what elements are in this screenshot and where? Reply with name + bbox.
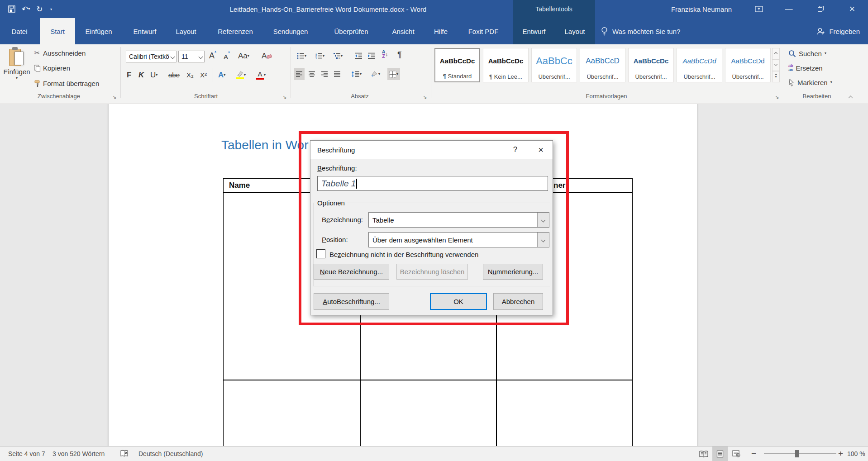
select-button[interactable]: Markieren▾ <box>788 77 832 88</box>
save-button[interactable] <box>8 5 15 13</box>
align-left-button[interactable] <box>294 68 305 80</box>
align-right-button[interactable] <box>320 68 330 80</box>
shading-button[interactable]: ▾ <box>368 68 382 80</box>
styles-scroll-down-button[interactable] <box>772 59 780 71</box>
search-icon <box>788 50 796 57</box>
increase-indent-button[interactable] <box>366 50 377 62</box>
zoom-in-button[interactable]: + <box>838 447 843 461</box>
tab-hilfe[interactable]: Hilfe <box>430 18 452 44</box>
align-center-button[interactable] <box>307 68 317 80</box>
undo-button[interactable]: ↶▾ <box>22 5 30 14</box>
undo-dropdown-icon[interactable]: ▾ <box>28 7 30 11</box>
paste-clipboard-icon <box>9 48 24 67</box>
tab-datei[interactable]: Datei <box>6 18 33 44</box>
close-button[interactable]: × <box>842 0 863 18</box>
group-label-clipboard: Zwischenablage <box>14 93 104 102</box>
multilevel-list-button[interactable]: ▾ <box>331 50 344 62</box>
underline-button[interactable]: U▾ <box>148 69 159 81</box>
page-indicator[interactable]: Seite 4 von 7 <box>8 447 45 461</box>
font-color-button[interactable]: A▾ <box>254 69 267 81</box>
style-chip-ueberschrift2[interactable]: AaBbCcD Überschrif... <box>580 48 625 82</box>
clipboard-dialog-launcher[interactable]: ↘ <box>112 94 116 100</box>
highlighter-icon <box>236 71 244 79</box>
zoom-level[interactable]: 100 % <box>847 447 865 461</box>
word-window: ↶▾ ↻ ▾ Leitfaden_Hands-On_Barrierefreie … <box>0 0 868 461</box>
strikethrough-button[interactable]: abe <box>167 69 181 81</box>
tell-me-box[interactable]: Was möchten Sie tun? <box>601 18 680 44</box>
numbered-list-button[interactable]: 123▾ <box>313 50 326 62</box>
font-size-combo[interactable]: 11 <box>178 51 205 62</box>
language-indicator[interactable]: Deutsch (Deutschland) <box>138 447 203 461</box>
minimize-button[interactable]: — <box>778 0 799 18</box>
signed-in-user[interactable]: Franziska Neumann <box>652 0 751 18</box>
tab-start[interactable]: Start <box>40 18 75 44</box>
tab-tabletools-layout[interactable]: Layout <box>561 18 589 44</box>
tab-ansicht[interactable]: Ansicht <box>387 18 419 44</box>
zoom-out-button[interactable]: − <box>751 447 756 461</box>
change-case-button[interactable]: Aa▾ <box>236 50 251 62</box>
format-painter-button[interactable]: Format übertragen <box>33 80 99 87</box>
highlight-color-button[interactable]: ▾ <box>234 69 248 81</box>
style-chip-ueberschrift4[interactable]: AaBbCcDd Überschrif... <box>677 48 722 82</box>
share-button[interactable]: Freigeben <box>816 18 860 44</box>
italic-button[interactable]: K <box>137 69 146 81</box>
document-heading[interactable]: Tabellen in Wor <box>221 138 310 152</box>
table-header-name[interactable]: Name <box>229 181 250 190</box>
styles-gallery-more-button[interactable]: ▾ <box>772 71 780 82</box>
superscript-button[interactable]: X² <box>198 69 209 81</box>
tab-layout[interactable]: Layout <box>172 18 200 44</box>
group-label-font: Schriftart <box>172 93 240 102</box>
subscript-button[interactable]: X₂ <box>185 69 196 81</box>
quick-access-toolbar: ↶▾ ↻ ▾ <box>5 0 53 18</box>
bold-button[interactable]: F <box>125 69 133 81</box>
zoom-slider-thumb[interactable] <box>795 450 799 457</box>
style-chip-standard[interactable]: AaBbCcDc ¶ Standard <box>434 48 480 82</box>
paste-button[interactable]: Einfügen ▾ <box>4 48 30 97</box>
borders-button[interactable]: ▾ <box>387 68 400 80</box>
decrease-indent-button[interactable] <box>353 50 364 62</box>
word-count[interactable]: 3 von 520 Wörtern <box>52 447 105 461</box>
styles-dialog-launcher[interactable]: ↘ <box>775 94 779 100</box>
text-effects-button[interactable]: A▾ <box>216 69 227 81</box>
tab-ueberpruefen[interactable]: Überprüfen <box>328 18 375 44</box>
sort-arrow-icon: ↓ <box>385 51 388 57</box>
tab-tabletools-entwurf[interactable]: Entwurf <box>518 18 550 44</box>
grow-font-button[interactable]: A▴ <box>207 50 218 62</box>
styles-scroll-up-button[interactable] <box>772 48 780 59</box>
paste-dropdown-icon[interactable]: ▾ <box>16 76 18 80</box>
print-layout-button[interactable] <box>712 447 728 461</box>
web-layout-button[interactable] <box>729 447 744 461</box>
tab-referenzen[interactable]: Referenzen <box>215 18 256 44</box>
line-spacing-button[interactable]: ▾ <box>349 68 363 80</box>
clear-formatting-button[interactable]: A <box>260 50 274 62</box>
style-chip-ueberschrift5[interactable]: AaBbCcDd Überschrif... <box>725 48 771 82</box>
window-title: Leitfaden_Hands-On_Barrierefreie Word Do… <box>149 0 507 18</box>
bullet-list-button[interactable]: ▾ <box>295 50 308 62</box>
sort-button[interactable]: AZ ↓ <box>380 48 390 60</box>
tab-foxit-pdf[interactable]: Foxit PDF <box>463 18 503 44</box>
style-chip-ueberschrift3[interactable]: AaBbCcDc Überschrif... <box>628 48 674 82</box>
copy-button[interactable]: Kopieren <box>33 64 70 72</box>
find-button[interactable]: Suchen▾ <box>788 48 826 59</box>
cut-button[interactable]: ✂Ausschneiden <box>33 49 86 57</box>
tab-entwurf[interactable]: Entwurf <box>128 18 162 44</box>
replace-button[interactable]: abac Ersetzen <box>788 62 823 73</box>
style-chip-kein-leerraum[interactable]: AaBbCcDc ¶ Kein Lee... <box>483 48 529 82</box>
tab-einfuegen[interactable]: Einfügen <box>80 18 118 44</box>
redo-button[interactable]: ↻ <box>36 5 43 14</box>
paragraph-dialog-launcher[interactable]: ↘ <box>423 94 427 100</box>
show-paragraph-marks-button[interactable]: ¶ <box>396 49 404 61</box>
zoom-slider-track[interactable] <box>764 453 836 454</box>
justify-button[interactable] <box>332 68 343 80</box>
customize-qat-button[interactable]: ▾ <box>49 7 53 11</box>
tab-sendungen[interactable]: Sendungen <box>268 18 313 44</box>
ribbon-display-options-button[interactable] <box>749 0 769 18</box>
restore-button[interactable] <box>810 0 831 18</box>
collapse-ribbon-button[interactable] <box>849 93 852 101</box>
font-name-combo[interactable]: Calibri (Textkö <box>126 51 176 62</box>
style-chip-ueberschrift1[interactable]: AaBbCc Überschrif... <box>531 48 577 82</box>
shrink-font-button[interactable]: A▾ <box>222 51 232 63</box>
proofing-status-icon[interactable] <box>120 447 129 461</box>
font-dialog-launcher[interactable]: ↘ <box>282 94 286 100</box>
read-mode-button[interactable] <box>696 447 711 461</box>
